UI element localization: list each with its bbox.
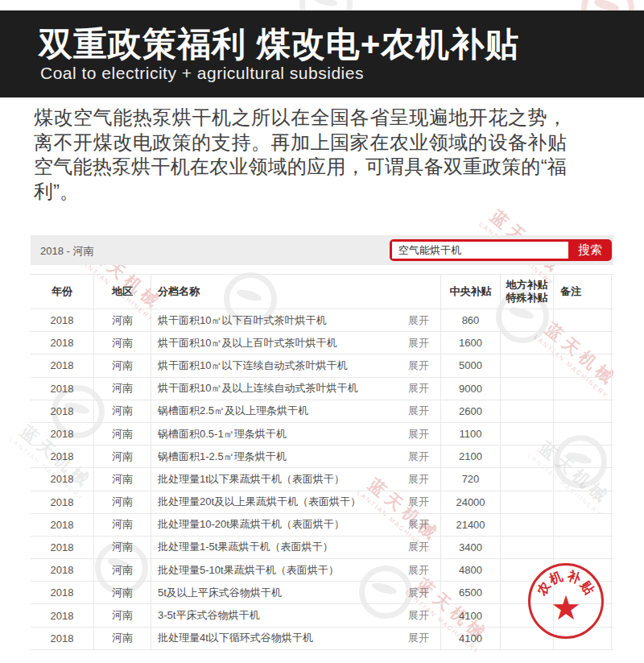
cell-category: 锅槽面积1-2.5㎡理条烘干机 展开 bbox=[151, 445, 441, 467]
cell-central-subsidy: 21400 bbox=[441, 514, 501, 536]
cell-category: 烘干面积10㎡及以上连续自动式茶叶烘干机 展开 bbox=[151, 378, 441, 400]
table-row: 2018 河南 烘干面积10㎡以下连续自动式茶叶烘干机 展开 5000 bbox=[31, 354, 613, 377]
table-row: 2018 河南 锅槽面积2.5㎡及以上理条烘干机 展开 2600 bbox=[31, 400, 613, 423]
cell-central-subsidy: 6500 bbox=[441, 582, 501, 603]
category-label: 烘干面积10㎡及以上连续自动式茶叶烘干机 bbox=[158, 381, 408, 396]
expand-link[interactable]: 展开 bbox=[408, 631, 440, 645]
search-button[interactable]: 搜索 bbox=[568, 239, 612, 261]
cell-category: 批处理量4t以下循环式谷物烘干机 展开 bbox=[151, 628, 441, 649]
cell-year: 2018 bbox=[31, 378, 94, 400]
expand-link[interactable]: 展开 bbox=[408, 517, 440, 532]
cell-category: 烘干面积10㎡以下百叶式茶叶烘干机 展开 bbox=[151, 309, 441, 331]
cell-central-subsidy: 1100 bbox=[441, 423, 501, 445]
cell-remark bbox=[554, 491, 612, 513]
expand-link[interactable]: 展开 bbox=[408, 427, 440, 441]
header-local-line1: 地方补贴 bbox=[506, 279, 548, 292]
filter-breadcrumb: 2018 - 河南 bbox=[40, 244, 93, 259]
cell-category: 批处理量1-5t果蔬烘干机（表面烘干） 展开 bbox=[151, 537, 441, 558]
cell-central-subsidy: 9000 bbox=[441, 378, 501, 400]
cell-central-subsidy: 24000 bbox=[441, 491, 501, 513]
cell-year: 2018 bbox=[31, 582, 94, 603]
cell-central-subsidy: 5000 bbox=[441, 354, 501, 376]
cell-local-subsidy bbox=[501, 400, 554, 422]
cell-year: 2018 bbox=[31, 445, 94, 467]
cell-central-subsidy: 3400 bbox=[441, 537, 501, 558]
table-row: 2018 河南 烘干面积10㎡以下百叶式茶叶烘干机 展开 860 bbox=[31, 309, 613, 332]
table-header-row: 年份 地区 分档名称 中央补贴 地方补贴 特殊补贴 备注 bbox=[31, 275, 613, 309]
cell-central-subsidy: 2600 bbox=[441, 400, 501, 422]
expand-link[interactable]: 展开 bbox=[408, 472, 440, 487]
expand-link[interactable]: 展开 bbox=[408, 540, 440, 554]
cell-year: 2018 bbox=[31, 491, 94, 513]
category-label: 烘干面积10㎡及以上百叶式茶叶烘干机 bbox=[158, 336, 408, 350]
cell-remark bbox=[554, 332, 612, 354]
cell-remark bbox=[554, 400, 612, 422]
cell-region: 河南 bbox=[94, 628, 151, 649]
expand-link[interactable]: 展开 bbox=[408, 608, 440, 623]
cell-region: 河南 bbox=[94, 559, 151, 581]
cell-year: 2018 bbox=[31, 332, 94, 354]
header-central: 中央补贴 bbox=[441, 275, 501, 309]
category-label: 锅槽面积1-2.5㎡理条烘干机 bbox=[158, 450, 408, 464]
page-subtitle: Coal to electricity + agricultural subsi… bbox=[40, 64, 364, 83]
cell-category: 锅槽面积2.5㎡及以上理条烘干机 展开 bbox=[151, 400, 441, 422]
category-label: 批处理量4t以下循环式谷物烘干机 bbox=[158, 631, 408, 645]
cell-region: 河南 bbox=[94, 491, 151, 513]
cell-year: 2018 bbox=[31, 514, 94, 536]
cell-category: 批处理量5-10t果蔬烘干机（表面烘干） 展开 bbox=[151, 559, 441, 581]
cell-region: 河南 bbox=[94, 423, 151, 445]
cell-category: 批处理量10-20t果蔬烘干机（表面烘干） 展开 bbox=[151, 514, 441, 536]
expand-link[interactable]: 展开 bbox=[408, 586, 440, 600]
expand-link[interactable]: 展开 bbox=[408, 495, 440, 509]
cell-local-subsidy bbox=[501, 537, 554, 558]
category-label: 批处理量1t以下果蔬烘干机（表面烘干） bbox=[158, 472, 408, 487]
expand-link[interactable]: 展开 bbox=[408, 381, 440, 396]
expand-link[interactable]: 展开 bbox=[408, 313, 440, 328]
cell-region: 河南 bbox=[94, 309, 151, 331]
header-local: 地方补贴 特殊补贴 bbox=[501, 275, 554, 309]
cell-year: 2018 bbox=[31, 400, 94, 422]
cell-central-subsidy: 2100 bbox=[441, 445, 501, 467]
category-label: 烘干面积10㎡以下百叶式茶叶烘干机 bbox=[158, 313, 408, 328]
cell-local-subsidy bbox=[501, 332, 554, 354]
category-label: 批处理量10-20t果蔬烘干机（表面烘干） bbox=[158, 517, 408, 532]
cell-central-subsidy: 1600 bbox=[441, 332, 501, 354]
cell-local-subsidy bbox=[501, 354, 554, 376]
table-row: 2018 河南 批处理量10-20t果蔬烘干机（表面烘干） 展开 21400 bbox=[31, 514, 613, 537]
cell-local-subsidy bbox=[501, 423, 554, 445]
page-title: 双重政策福利 煤改电+农机补贴 bbox=[39, 22, 519, 67]
table-row: 2018 河南 批处理量5-10t果蔬烘干机（表面烘干） 展开 4800 bbox=[31, 559, 613, 582]
header-remark: 备注 bbox=[554, 275, 612, 309]
expand-link[interactable]: 展开 bbox=[408, 404, 440, 418]
cell-region: 河南 bbox=[94, 582, 151, 603]
table-row: 2018 河南 批处理量20t及以上果蔬烘干机（表面烘干） 展开 24000 bbox=[31, 491, 613, 514]
cell-category: 锅槽面积0.5-1㎡理条烘干机 展开 bbox=[151, 423, 441, 445]
cell-remark bbox=[554, 378, 612, 400]
category-label: 3-5t平床式谷物烘干机 bbox=[158, 608, 408, 623]
table-row: 2018 河南 锅槽面积0.5-1㎡理条烘干机 展开 1100 bbox=[31, 423, 613, 445]
cell-region: 河南 bbox=[94, 378, 151, 400]
star-icon: ★ bbox=[551, 591, 581, 625]
table-toolbar: 2018 - 河南 搜索 bbox=[31, 235, 613, 265]
expand-link[interactable]: 展开 bbox=[408, 450, 440, 464]
cell-region: 河南 bbox=[94, 400, 151, 422]
table-row: 2018 河南 3-5t平床式谷物烘干机 展开 4100 bbox=[31, 604, 613, 627]
cell-year: 2018 bbox=[31, 628, 94, 649]
table-row: 2018 河南 批处理量4t以下循环式谷物烘干机 展开 4100 bbox=[31, 628, 613, 650]
expand-link[interactable]: 展开 bbox=[408, 563, 440, 578]
expand-link[interactable]: 展开 bbox=[408, 358, 440, 373]
cell-category: 批处理量1t以下果蔬烘干机（表面烘干） 展开 bbox=[151, 468, 441, 490]
cell-region: 河南 bbox=[94, 354, 151, 376]
cell-remark bbox=[554, 309, 612, 331]
search-bar: 搜索 bbox=[390, 239, 612, 261]
cell-local-subsidy bbox=[501, 491, 554, 513]
category-label: 批处理量20t及以上果蔬烘干机（表面烘干） bbox=[158, 495, 408, 509]
page: 蓝天机械LANTIAN MACHINERY 蓝天机械LANTIAN MACHIN… bbox=[0, 0, 644, 663]
category-label: 锅槽面积0.5-1㎡理条烘干机 bbox=[158, 427, 408, 441]
search-input[interactable] bbox=[392, 242, 568, 259]
expand-link[interactable]: 展开 bbox=[408, 336, 440, 350]
cell-local-subsidy bbox=[501, 468, 554, 490]
table-row: 2018 河南 5t及以上平床式谷物烘干机 展开 6500 bbox=[31, 582, 613, 604]
cell-category: 3-5t平床式谷物烘干机 展开 bbox=[151, 604, 441, 626]
table-row: 2018 河南 锅槽面积1-2.5㎡理条烘干机 展开 2100 bbox=[31, 445, 613, 468]
